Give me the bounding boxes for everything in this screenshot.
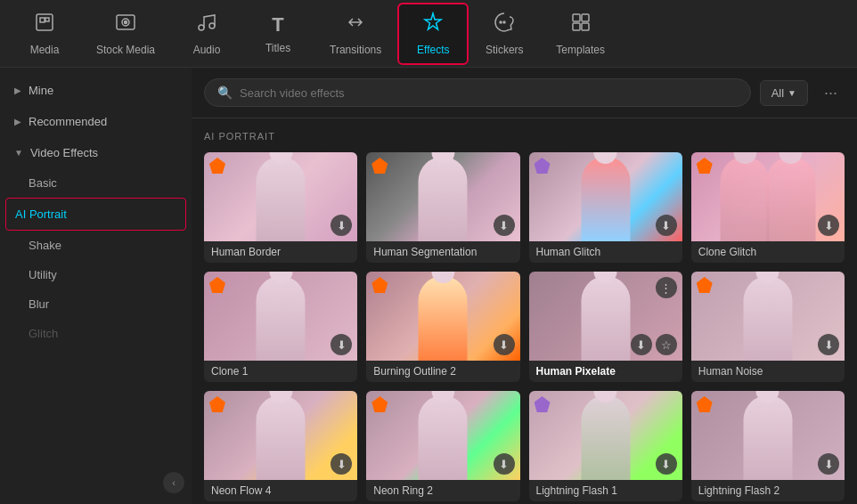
download-button[interactable]: ⬇ (818, 334, 839, 355)
sidebar-item-shake[interactable]: Shake (0, 231, 192, 260)
download-button[interactable]: ⬇ (818, 215, 839, 236)
nav-transitions-label: Transitions (330, 44, 381, 56)
download-button[interactable]: ⬇ (656, 215, 677, 236)
svg-point-5 (125, 20, 127, 23)
download-button[interactable]: ⬇ (631, 334, 652, 355)
sidebar-item-recommended[interactable]: ▶ Recommended (0, 106, 192, 137)
effect-card-lightning1[interactable]: ⬇ Lightning Flash 1 (529, 391, 682, 501)
sidebar-item-blur[interactable]: Blur (0, 289, 192, 319)
nav-stock-media[interactable]: Stock Media (80, 4, 171, 63)
effect-card-human-seg[interactable]: ⬇ Human Segmentation (366, 152, 519, 263)
figure-silhouette (257, 276, 306, 361)
sidebar-item-glitch[interactable]: Glitch (0, 319, 192, 348)
effect-card-clone1[interactable]: ⬇ Clone 1 (204, 272, 357, 382)
search-icon: 🔍 (217, 85, 233, 100)
figure-silhouette (257, 157, 306, 241)
effect-label-burning: Burning Outline 2 (366, 361, 519, 382)
download-button[interactable]: ⬇ (331, 215, 352, 236)
effect-label-clone-glitch: Clone Glitch (691, 241, 845, 263)
svg-rect-11 (582, 14, 589, 21)
audio-icon (196, 12, 217, 38)
nav-stickers[interactable]: Stickers (469, 4, 540, 63)
effect-thumb-clone-glitch: ⬇ (691, 152, 845, 241)
badge-orange (371, 396, 388, 412)
chevron-right-icon-2: ▶ (14, 117, 21, 126)
transitions-icon (345, 12, 366, 38)
more-options-button[interactable]: ··· (817, 80, 845, 106)
svg-point-6 (199, 25, 204, 30)
chevron-right-icon: ▶ (14, 85, 21, 95)
badge-orange (697, 396, 713, 412)
nav-stickers-label: Stickers (486, 44, 524, 56)
three-dots-button[interactable]: ⋮ (656, 277, 677, 298)
effect-card-human-noise[interactable]: ⬇ Human Noise (691, 272, 845, 382)
figure-silhouette (419, 157, 468, 241)
badge-orange (209, 158, 225, 174)
search-input[interactable] (240, 86, 738, 100)
sidebar-item-video-effects[interactable]: ▼ Video Effects (0, 137, 192, 168)
sidebar-item-ai-portrait[interactable]: AI Portrait (5, 198, 186, 231)
search-input-wrapper[interactable]: 🔍 (204, 78, 751, 107)
chevron-down-icon-filter: ▼ (788, 88, 796, 98)
effect-card-burning[interactable]: ⬇ Burning Outline 2 (366, 272, 519, 382)
effect-thumb-human-noise: ⬇ (691, 272, 845, 361)
effects-grid-area: AI PORTRAIT ⬇ Human Border (192, 118, 857, 504)
nav-templates[interactable]: Templates (540, 4, 621, 63)
effect-card-clone-glitch[interactable]: ⬇ Clone Glitch (691, 152, 845, 263)
nav-templates-label: Templates (556, 44, 605, 56)
effect-card-human-border[interactable]: ⬇ Human Border (204, 152, 357, 263)
star-button[interactable]: ☆ (656, 334, 677, 355)
sidebar-collapse-button[interactable]: ‹ (163, 472, 184, 493)
effects-grid: ⬇ Human Border ⬇ Human Segmentation (204, 152, 845, 501)
nav-effects[interactable]: Effects (397, 3, 469, 65)
download-button[interactable]: ⬇ (331, 334, 352, 355)
svg-rect-13 (582, 23, 589, 30)
sidebar-item-basic[interactable]: Basic (0, 168, 192, 198)
svg-rect-2 (45, 18, 49, 21)
badge-purple (535, 396, 551, 412)
effect-card-lightning2[interactable]: ⬇ Lightning Flash 2 (691, 391, 845, 501)
effect-card-human-glitch[interactable]: ⬇ Human Glitch (529, 152, 682, 263)
effect-label-neon-flow: Neon Flow 4 (204, 480, 357, 501)
sidebar-item-mine[interactable]: ▶ Mine (0, 75, 192, 106)
nav-effects-label: Effects (417, 44, 449, 56)
sidebar-video-effects-label: Video Effects (30, 146, 98, 159)
effect-card-human-pix[interactable]: ⋮ ☆ ⬇ Human Pixelate (529, 272, 682, 382)
effect-thumb-human-border: ⬇ (204, 152, 357, 241)
effect-card-neon-flow[interactable]: ⬇ Neon Flow 4 (204, 391, 357, 501)
download-button[interactable]: ⬇ (331, 453, 352, 475)
nav-titles[interactable]: T Titles (242, 6, 314, 61)
filter-label: All (771, 86, 784, 100)
nav-transitions[interactable]: Transitions (314, 4, 397, 63)
figure-silhouette (419, 276, 468, 361)
sidebar: ▶ Mine ▶ Recommended ▼ Video Effects Bas… (0, 68, 192, 504)
svg-point-8 (500, 21, 502, 23)
media-icon (34, 12, 55, 38)
stickers-icon (494, 12, 515, 38)
nav-media[interactable]: Media (9, 4, 80, 63)
effect-label-clone1: Clone 1 (204, 361, 357, 382)
figure-silhouette (743, 395, 792, 480)
download-button[interactable]: ⬇ (494, 334, 515, 355)
effects-icon (422, 12, 444, 38)
main-content: ▶ Mine ▶ Recommended ▼ Video Effects Bas… (0, 68, 857, 504)
download-button[interactable]: ⬇ (656, 453, 677, 475)
sidebar-item-utility[interactable]: Utility (0, 260, 192, 289)
effect-thumb-neon-ring: ⬇ (366, 391, 519, 480)
download-button[interactable]: ⬇ (818, 453, 839, 475)
effect-thumb-lightning1: ⬇ (529, 391, 682, 480)
figure-silhouette (257, 395, 306, 480)
svg-rect-12 (573, 23, 580, 30)
download-button[interactable]: ⬇ (494, 215, 515, 236)
badge-orange (371, 277, 388, 293)
nav-stock-label: Stock Media (96, 44, 155, 56)
effect-card-neon-ring[interactable]: ⬇ Neon Ring 2 (366, 391, 519, 501)
svg-point-9 (503, 21, 505, 23)
effect-label-human-noise: Human Noise (691, 361, 845, 382)
filter-dropdown[interactable]: All ▼ (760, 80, 808, 106)
badge-orange (209, 277, 225, 293)
download-button[interactable]: ⬇ (494, 453, 515, 475)
effect-label-lightning2: Lightning Flash 2 (691, 480, 845, 501)
content-area: 🔍 All ▼ ··· AI PORTRAIT ⬇ (192, 68, 857, 504)
nav-audio[interactable]: Audio (171, 4, 242, 63)
